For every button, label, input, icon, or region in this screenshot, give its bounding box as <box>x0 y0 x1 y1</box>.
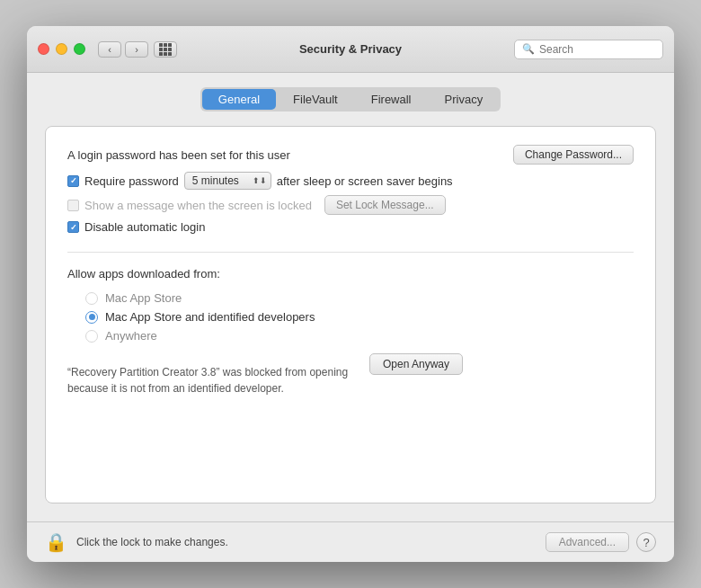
tab-general[interactable]: General <box>202 89 276 110</box>
back-button[interactable]: ‹ <box>98 41 121 58</box>
set-lock-message-button[interactable]: Set Lock Message... <box>324 195 446 215</box>
close-button[interactable] <box>38 43 49 55</box>
require-password-suffix: after sleep or screen saver begins <box>277 174 453 188</box>
tab-filevault[interactable]: FileVault <box>277 89 354 110</box>
content-area: General FileVault Firewall Privacy A log… <box>27 73 674 521</box>
minimize-button[interactable] <box>56 43 67 55</box>
radio-mac-app-store-label: Mac App Store <box>105 291 182 305</box>
password-delay-dropdown-wrap: 5 minutes immediately 5 seconds 1 minute… <box>184 172 271 190</box>
require-password-checkbox[interactable] <box>67 175 79 187</box>
tab-firewall[interactable]: Firewall <box>355 89 428 110</box>
password-set-label: A login password has been set for this u… <box>67 148 290 162</box>
traffic-lights <box>38 43 85 55</box>
password-row: A login password has been set for this u… <box>67 145 634 165</box>
blocked-app-row: “Recovery Partition Creator 3.8” was blo… <box>67 353 634 396</box>
maximize-button[interactable] <box>74 43 85 55</box>
disable-autologin-row: Disable automatic login <box>67 220 634 234</box>
show-message-row: Show a message when the screen is locked… <box>67 195 634 215</box>
radio-anywhere: Anywhere <box>85 329 634 343</box>
radio-mac-app-store-button[interactable] <box>85 292 98 305</box>
show-message-label: Show a message when the screen is locked <box>84 199 312 212</box>
show-message-checkbox[interactable] <box>67 200 79 211</box>
bottom-bar: 🔒 Click the lock to make changes. Advanc… <box>27 521 674 562</box>
search-icon: 🔍 <box>522 43 535 55</box>
disable-autologin-label: Disable automatic login <box>84 220 205 234</box>
require-password-row: Require password 5 minutes immediately 5… <box>67 172 634 190</box>
require-password-label: Require password <box>84 174 179 188</box>
radio-mac-app-store-identified: Mac App Store and identified developers <box>85 310 634 324</box>
password-delay-dropdown[interactable]: 5 minutes immediately 5 seconds 1 minute… <box>184 172 271 190</box>
nav-buttons: ‹ › <box>98 41 148 58</box>
main-panel: A login password has been set for this u… <box>45 126 656 503</box>
section-divider <box>67 252 634 253</box>
tab-bar: General FileVault Firewall Privacy <box>45 87 656 111</box>
window-title: Security & Privacy <box>299 42 402 56</box>
search-box[interactable]: 🔍 <box>514 40 663 59</box>
advanced-button[interactable]: Advanced... <box>546 532 629 552</box>
tab-privacy[interactable]: Privacy <box>429 89 500 110</box>
grid-icon <box>159 43 172 56</box>
radio-identified-button[interactable] <box>85 311 98 324</box>
apps-section: Allow apps downloaded from: Mac App Stor… <box>67 267 634 396</box>
titlebar: ‹ › Security & Privacy 🔍 <box>27 26 674 73</box>
radio-mac-app-store: Mac App Store <box>85 291 634 305</box>
password-section: A login password has been set for this u… <box>67 145 634 234</box>
help-button[interactable]: ? <box>636 532 656 552</box>
blocked-message: “Recovery Partition Creator 3.8” was blo… <box>67 364 355 396</box>
search-input[interactable] <box>539 43 655 56</box>
tab-group: General FileVault Firewall Privacy <box>200 87 501 111</box>
forward-button[interactable]: › <box>125 41 148 58</box>
radio-anywhere-label: Anywhere <box>105 329 157 343</box>
lock-icon[interactable]: 🔒 <box>45 531 67 553</box>
radio-identified-label: Mac App Store and identified developers <box>105 310 315 324</box>
bottom-right: Advanced... ? <box>546 532 656 552</box>
apps-section-title: Allow apps downloaded from: <box>67 267 634 281</box>
change-password-button[interactable]: Change Password... <box>513 145 634 165</box>
radio-anywhere-button[interactable] <box>85 330 98 343</box>
grid-view-button[interactable] <box>154 41 177 58</box>
lock-label: Click the lock to make changes. <box>76 536 228 548</box>
preferences-window: ‹ › Security & Privacy 🔍 General FileVau… <box>27 26 674 562</box>
disable-autologin-checkbox[interactable] <box>67 221 79 233</box>
open-anyway-button[interactable]: Open Anyway <box>369 353 463 375</box>
